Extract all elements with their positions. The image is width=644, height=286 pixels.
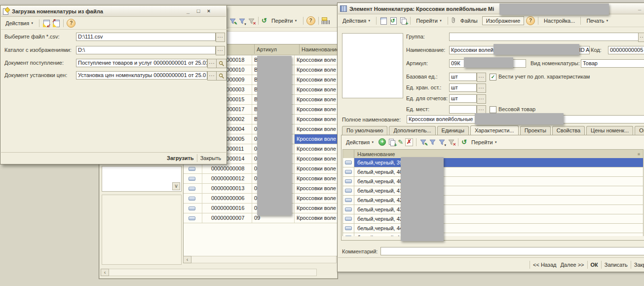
column-name[interactable]: Наименование: [300, 44, 338, 54]
base-unit-field[interactable]: шт: [449, 73, 477, 81]
copy-icon[interactable]: +: [399, 17, 407, 25]
report-unit-select-button[interactable]: ...: [477, 94, 486, 104]
price-doc-open-button[interactable]: [216, 71, 227, 81]
dialog-titlebar[interactable]: Загрузка номенклатуры из файла _ □ ×: [1, 6, 226, 17]
receipt-doc-field[interactable]: Поступление товаров и услуг 00000000001 …: [76, 59, 207, 67]
maximize-button[interactable]: □: [195, 8, 202, 15]
actions-button[interactable]: Действия ▼: [3, 19, 36, 27]
code-field[interactable]: 00000000005: [608, 46, 644, 54]
characteristic-row[interactable]: белый,черный, 40.5, 0: [343, 177, 643, 186]
characteristic-row[interactable]: белый,черный, 44.5, 0: [343, 233, 643, 236]
actions-button[interactable]: Действия ▼: [343, 138, 377, 146]
edit-icon[interactable]: ✎: [398, 138, 403, 146]
refresh-icon[interactable]: ↺: [461, 138, 467, 146]
scroll-left-icon[interactable]: ‹: [101, 269, 109, 276]
places-unit-field[interactable]: [449, 105, 477, 114]
dropdown-button[interactable]: ∨: [172, 182, 180, 190]
image-folder-browse-button[interactable]: ...: [216, 46, 225, 55]
csv-file-browse-button[interactable]: ...: [216, 33, 225, 42]
actions-button[interactable]: Действия ▼: [340, 17, 373, 25]
tab-цены-номенк-[interactable]: Цены номенк...: [586, 126, 633, 135]
clear-filter-icon[interactable]: ✕: [248, 17, 255, 25]
close-button[interactable]: Закрыть: [198, 154, 223, 162]
image-folder-field[interactable]: D:\: [76, 46, 216, 54]
help-icon[interactable]: ?: [67, 19, 76, 28]
filter-dropdown-icon[interactable]: ▼: [238, 17, 246, 25]
tab-единицы[interactable]: Единицы: [437, 126, 469, 135]
kind-field[interactable]: Товар: [581, 59, 644, 68]
tab-по-умолчанию[interactable]: По умолчанию: [342, 126, 387, 135]
next-button[interactable]: Далее >>: [558, 261, 586, 269]
storage-unit-field[interactable]: шт: [449, 83, 477, 92]
add-icon[interactable]: +: [379, 138, 386, 146]
clear-filter-icon[interactable]: ✕: [448, 138, 455, 146]
goto-button[interactable]: Перейти ▼: [269, 17, 300, 25]
receipt-doc-select-button[interactable]: ...: [207, 59, 217, 68]
settings-button[interactable]: Настройка...: [541, 17, 577, 25]
base-unit-select-button[interactable]: ...: [477, 73, 486, 82]
goto-button[interactable]: Перейти ▼: [414, 17, 445, 25]
chevron-down-icon: ▼: [371, 141, 374, 144]
export-file-icon[interactable]: ↗: [52, 19, 60, 27]
csv-file-field[interactable]: D:\111.csv: [76, 33, 216, 41]
scroll-left-icon[interactable]: ‹: [183, 256, 191, 263]
cell-name: Кроссовки воле: [295, 194, 338, 203]
help-icon[interactable]: ?: [306, 16, 315, 25]
tab-дополнитель-[interactable]: Дополнитель...: [389, 126, 435, 135]
characteristic-row[interactable]: белый,черный, 43.5, 0: [343, 214, 643, 224]
ok-button[interactable]: ОК: [589, 261, 600, 269]
item-picture-box[interactable]: [342, 33, 403, 98]
weight-item-label: Весовой товар: [498, 106, 535, 112]
weight-item-checkbox[interactable]: [490, 106, 496, 113]
column-name[interactable]: Наименование: [354, 150, 638, 159]
report-unit-field[interactable]: шт: [449, 94, 477, 103]
extra-characteristics-checkbox[interactable]: ✓: [490, 74, 496, 81]
goto-button[interactable]: Перейти ▼: [469, 138, 500, 146]
items-table-hscrollbar[interactable]: ‹: [183, 256, 337, 263]
characteristic-row[interactable]: белый,черный, 39, 09К: [343, 158, 643, 167]
window-hscrollbar[interactable]: ‹: [101, 269, 326, 276]
group-field[interactable]: [449, 33, 639, 41]
barcode-icon[interactable]: [322, 17, 330, 24]
files-button[interactable]: Файлы: [458, 17, 480, 25]
write-button[interactable]: Записать: [603, 261, 630, 269]
column-articul[interactable]: Артикул: [255, 44, 300, 54]
minimize-button[interactable]: _: [636, 4, 643, 11]
minimize-button[interactable]: _: [185, 8, 191, 15]
characteristic-row[interactable]: белый,черный, 40, 09К: [343, 167, 643, 177]
copy-icon[interactable]: +: [388, 138, 396, 146]
full-name-label: Полное наименование:: [342, 117, 401, 123]
help-icon[interactable]: ?: [526, 16, 535, 25]
reread-icon[interactable]: ↺: [389, 17, 397, 25]
group-select-button[interactable]: ...: [638, 33, 644, 42]
price-doc-select-button[interactable]: ...: [207, 71, 217, 81]
storage-unit-select-button[interactable]: ...: [477, 83, 486, 93]
tab-характеристи-[interactable]: Характеристи...: [470, 125, 519, 135]
characteristic-row[interactable]: белый,черный, 41, 09К: [343, 186, 643, 196]
price-doc-field[interactable]: Установка цен номенклатуры 00000000001 о…: [76, 71, 207, 80]
import-file-icon[interactable]: ↙: [42, 19, 50, 27]
refresh-icon[interactable]: ↺: [262, 17, 267, 25]
filter-icon[interactable]: [429, 138, 436, 146]
write-icon[interactable]: ←: [379, 17, 387, 25]
characteristic-row[interactable]: белый,черный, 42, 09К: [343, 196, 643, 205]
delete-icon[interactable]: ✗: [405, 138, 413, 146]
item-icon-cell: [343, 158, 354, 167]
characteristic-row[interactable]: белый,черный, 43, 09К: [343, 205, 643, 214]
tab-проекты[interactable]: Проекты: [520, 126, 551, 135]
characteristic-row[interactable]: белый,черный, 44, 09К: [343, 224, 643, 233]
print-button[interactable]: Печать ▼: [584, 17, 611, 25]
load-button[interactable]: Загрузить: [165, 154, 196, 162]
comment-field[interactable]: [380, 247, 644, 255]
tab-описание[interactable]: Описание: [635, 126, 644, 135]
back-button[interactable]: << Назад: [531, 261, 558, 269]
close-icon[interactable]: ×: [205, 8, 212, 15]
item-icon: [345, 236, 352, 236]
filter-settings-icon[interactable]: ✎: [419, 138, 427, 146]
tab-свойства[interactable]: Свойства: [552, 126, 585, 135]
filter-settings-icon[interactable]: ✎: [229, 17, 236, 25]
receipt-doc-open-button[interactable]: [216, 59, 227, 68]
close-button[interactable]: Закрыть: [632, 261, 644, 269]
image-button[interactable]: Изображение: [482, 16, 524, 25]
filter-dropdown-icon[interactable]: ▼: [438, 138, 446, 146]
